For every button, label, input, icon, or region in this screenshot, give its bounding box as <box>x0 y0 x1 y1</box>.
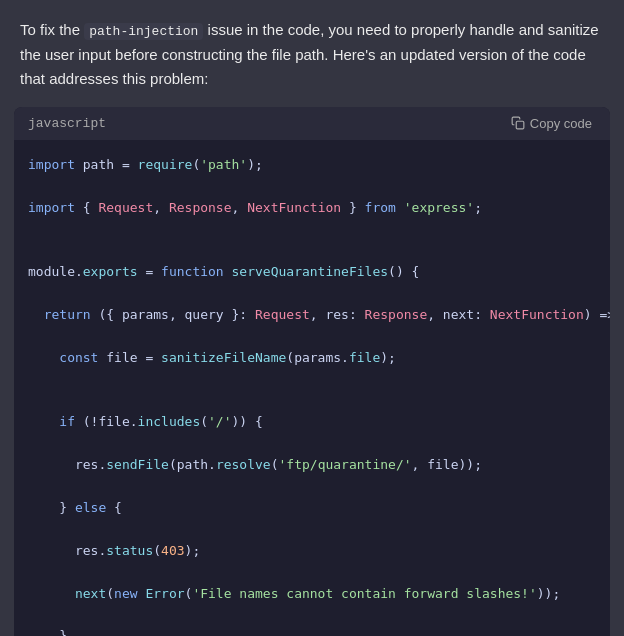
code-pre: import path = require('path'); import { … <box>28 154 596 636</box>
svg-rect-0 <box>516 122 524 130</box>
copy-icon <box>511 116 525 130</box>
code-block-header: javascript Copy code <box>14 107 610 140</box>
copy-code-button[interactable]: Copy code <box>507 114 596 133</box>
prose-section: To fix the path-injection issue in the c… <box>0 0 624 103</box>
prose-text: To fix the <box>20 21 84 38</box>
code-body: import path = require('path'); import { … <box>14 140 610 636</box>
copy-label: Copy code <box>530 116 592 131</box>
path-injection-code: path-injection <box>84 23 203 40</box>
code-block-wrapper: javascript Copy code import path = requi… <box>14 107 610 636</box>
language-label: javascript <box>28 116 106 131</box>
